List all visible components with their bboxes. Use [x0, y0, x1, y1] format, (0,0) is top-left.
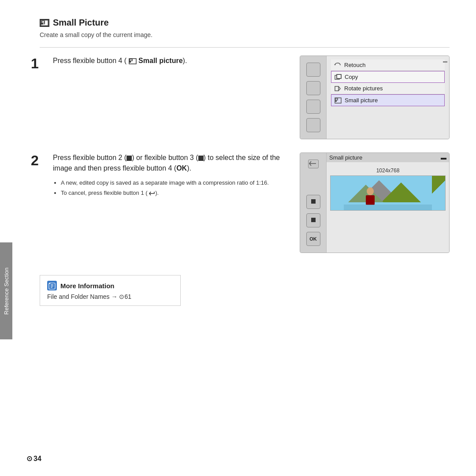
screen2-title: Small picture ▬: [327, 153, 449, 162]
preview-image: [330, 175, 446, 211]
svg-rect-12: [335, 98, 338, 100]
scroll-indicator: ▬: [443, 59, 447, 63]
svg-rect-0: [41, 20, 48, 26]
more-info-title-label: More Information: [60, 282, 115, 290]
page: Reference Section Small Picture Create a…: [0, 0, 476, 476]
more-info-title: More Information: [47, 281, 173, 290]
bullet-2: To cancel, press flexible button 1 ( ).: [61, 189, 291, 197]
menu-item-rotate: Rotate pictures: [331, 83, 445, 94]
cam-btn-ok: OK: [306, 232, 320, 246]
svg-rect-20: [344, 205, 432, 211]
square-icon-1: [126, 156, 132, 161]
step-2-image: OK Small picture ▬ 1024x768: [300, 152, 450, 253]
step-2-text: Press flexible button 2 () or flexible b…: [53, 152, 291, 174]
camera-buttons-2: OK: [300, 153, 327, 253]
menu-item-small-picture: Small picture: [331, 94, 445, 106]
bullet-1: A new, edited copy is saved as a separat…: [61, 179, 291, 187]
camera-screen-1: ▬ Retouch: [327, 56, 449, 139]
section-divider: [40, 47, 450, 48]
title-section: Small Picture: [40, 18, 450, 28]
page-number: ⊙34: [26, 454, 41, 463]
subtitle: Create a small copy of the current image…: [40, 31, 450, 38]
cam-btn-back: [308, 160, 319, 168]
cam-btn-4: [306, 118, 320, 132]
landscape-svg: [331, 176, 445, 211]
cam-btn-6: [306, 195, 320, 209]
menu-item-retouch: Retouch: [331, 60, 445, 71]
screen2-body: 1024x768: [327, 165, 449, 213]
step-2-content: Press flexible button 2 () or flexible b…: [53, 152, 300, 253]
svg-rect-2: [41, 23, 43, 25]
camera-screen-2: Small picture ▬ 1024x768: [327, 153, 449, 253]
cam-btn-3: [306, 100, 320, 114]
more-info-box: More Information File and Folder Names →…: [40, 275, 181, 306]
square-icon-2: [198, 156, 204, 161]
step-1-number: 1: [31, 56, 53, 139]
menu-item-retouch-label: Retouch: [344, 62, 365, 68]
cam-btn-2: [306, 81, 320, 95]
rotate-menu-icon: [334, 86, 342, 92]
step-2: 2 Press flexible button 2 () or flexible…: [31, 152, 450, 253]
step-2-number: 2: [31, 152, 53, 253]
step-1: 1 Press flexible button 4 ( Small pictur…: [31, 56, 450, 139]
cam-btn-1: [306, 63, 320, 77]
side-tab-label: Reference Section: [3, 268, 10, 315]
step-2-bullets: A new, edited copy is saved as a separat…: [61, 179, 291, 197]
svg-rect-5: [129, 61, 131, 63]
cam-btn-5: [306, 175, 320, 189]
step-1-text: Press flexible button 4 ( Small picture)…: [53, 56, 291, 66]
more-info-link: File and Folder Names → ⊙61: [47, 293, 173, 300]
step-1-bold: Small picture: [138, 57, 182, 64]
menu-item-copy[interactable]: Copy: [331, 71, 445, 83]
camera-buttons-1: [300, 56, 327, 139]
page-num-icon: ⊙: [26, 454, 32, 463]
svg-rect-13: [335, 100, 337, 102]
small-picture-title-icon: [40, 19, 49, 27]
copy-menu-icon: [334, 74, 342, 80]
cam-btn-7: [306, 213, 320, 227]
page-title: Small Picture: [53, 18, 109, 28]
svg-rect-1: [42, 21, 45, 23]
screen-small-picture-label: Small picture: [329, 154, 362, 161]
small-picture-inline-icon: [129, 58, 137, 64]
camera-lcd-2: OK Small picture ▬ 1024x768: [300, 152, 450, 253]
link-icon: ⊙: [119, 293, 124, 300]
svg-point-18: [367, 187, 374, 195]
retouch-menu-icon: [334, 62, 342, 68]
step-1-content: Press flexible button 4 ( Small picture)…: [53, 56, 300, 139]
menu-item-rotate-label: Rotate pictures: [344, 85, 383, 92]
menu-item-copy-label: Copy: [345, 74, 358, 80]
svg-marker-6: [334, 64, 336, 65]
ok-label: OK: [176, 164, 187, 172]
more-info-icon: [47, 281, 57, 290]
battery-icon: ▬: [441, 154, 446, 161]
menu-item-small-picture-label: Small picture: [345, 97, 378, 104]
svg-rect-4: [130, 59, 132, 61]
svg-rect-10: [335, 86, 338, 91]
svg-rect-19: [366, 195, 375, 205]
camera-lcd-1: ▬ Retouch: [300, 56, 450, 139]
back-arrow-icon: [149, 191, 155, 196]
small-picture-menu-icon: [334, 97, 342, 104]
resolution-label: 1024x768: [330, 167, 446, 174]
step-1-image: ▬ Retouch: [300, 56, 450, 139]
svg-rect-8: [337, 74, 341, 78]
side-tab: Reference Section: [0, 242, 12, 339]
